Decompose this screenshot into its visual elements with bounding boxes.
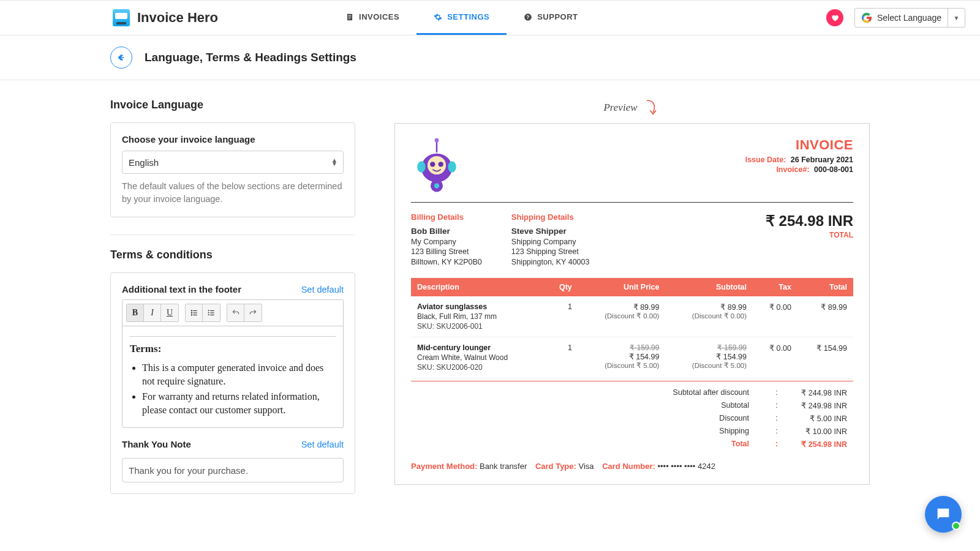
nav-invoices-label: INVOICES: [359, 12, 399, 21]
line-items-table: Description Qty Unit Price Subtotal Tax …: [411, 278, 853, 378]
brand: Invoice Hero: [113, 9, 218, 26]
svg-rect-14: [210, 315, 214, 315]
language-selector[interactable]: Select Language ▼: [854, 8, 965, 28]
preview-label: Preview: [603, 102, 637, 114]
thankyou-set-default-link[interactable]: Set default: [301, 440, 344, 449]
gear-icon: [434, 13, 442, 21]
brand-logo-icon: [113, 9, 130, 26]
terms-item-2: For warranty and returns related informa…: [142, 390, 336, 416]
rich-text-editor: B I U: [122, 299, 344, 428]
shipping-details: Shipping Details Steve Shipper Shipping …: [511, 212, 590, 267]
nav-settings[interactable]: SETTINGS: [417, 1, 507, 35]
invoice-preview: INVOICE Issue Date: 26 February 2021 Inv…: [394, 123, 870, 485]
svg-point-20: [430, 162, 435, 167]
invoice-number-label: Invoice#:: [776, 165, 809, 174]
settings-column: Invoice Language Choose your invoice lan…: [110, 99, 355, 511]
svg-rect-9: [193, 312, 197, 313]
bullet-list-icon: [190, 309, 198, 317]
svg-rect-12: [210, 310, 214, 311]
svg-rect-7: [193, 310, 197, 311]
undo-button[interactable]: [227, 304, 244, 321]
svg-rect-13: [210, 312, 214, 313]
red-divider: [411, 381, 853, 381]
svg-text:?: ?: [527, 14, 530, 20]
svg-point-23: [435, 138, 439, 143]
terms-item-1: This is a computer generated invoice and…: [142, 361, 336, 388]
table-row: Aviator sunglasses Black, Full Rim, 137 …: [411, 296, 853, 337]
bold-button[interactable]: B: [127, 304, 144, 321]
language-help-text: The default values of the below sections…: [122, 180, 344, 206]
redo-button[interactable]: [244, 304, 262, 321]
svg-point-25: [448, 161, 456, 172]
svg-point-24: [417, 161, 425, 172]
thank-you-label: Thank You Note: [122, 439, 191, 449]
svg-rect-1: [349, 15, 352, 16]
svg-rect-3: [349, 18, 350, 18]
thank-you-input[interactable]: [122, 458, 344, 482]
preview-column: Preview: [394, 99, 870, 485]
svg-rect-17: [208, 314, 209, 315]
svg-rect-2: [349, 17, 352, 17]
editor-content[interactable]: Terms: This is a computer generated invo…: [123, 326, 343, 427]
svg-point-27: [434, 183, 439, 188]
nav-settings-label: SETTINGS: [447, 12, 489, 21]
svg-point-8: [190, 312, 192, 313]
billing-street: 123 Billing Street: [411, 247, 482, 257]
svg-rect-16: [208, 312, 209, 313]
svg-rect-11: [193, 315, 197, 315]
col-unit: Unit Price: [578, 278, 666, 296]
page-title: Language, Terms & Headings Settings: [145, 51, 356, 64]
back-button[interactable]: [110, 47, 132, 69]
chat-icon: [935, 506, 952, 523]
top-nav: Invoice Hero INVOICES SETTINGS ? SUPPORT: [0, 0, 980, 36]
nav-support-label: SUPPORT: [537, 12, 578, 21]
choose-language-label: Choose your invoice language: [122, 134, 344, 144]
footer-text-label: Additional text in the footer: [122, 284, 241, 294]
language-dropdown-caret[interactable]: ▼: [948, 9, 965, 27]
numbered-list-icon: [207, 309, 216, 317]
issue-date-label: Issue Date:: [745, 156, 786, 164]
table-row: Mid-century lounger Cream White, Walnut …: [411, 337, 853, 378]
nav-invoices[interactable]: INVOICES: [328, 1, 417, 35]
invoice-language-card: Choose your invoice language English ▲▼ …: [110, 122, 355, 217]
shipping-title: Shipping Details: [511, 212, 590, 222]
invoice-summary: Subtotal after discount:₹ 244.98 INR Sub…: [411, 386, 853, 451]
section-divider: [110, 234, 355, 235]
shipping-name: Steve Shipper: [511, 227, 590, 236]
primary-nav: INVOICES SETTINGS ? SUPPORT: [328, 1, 595, 35]
issue-date-value: 26 February 2021: [791, 156, 853, 164]
help-icon: ?: [524, 13, 532, 21]
nav-support[interactable]: ? SUPPORT: [507, 1, 595, 35]
chat-button[interactable]: [925, 496, 962, 533]
robot-logo-icon: [411, 137, 462, 193]
favorite-button[interactable]: [826, 9, 843, 26]
underline-button[interactable]: U: [161, 304, 178, 321]
svg-rect-15: [208, 310, 209, 311]
shipping-city: Shippington, KY 40003: [511, 257, 590, 267]
bullet-list-button[interactable]: [186, 304, 203, 321]
italic-button[interactable]: I: [144, 304, 161, 321]
terms-title: Terms & conditions: [110, 249, 355, 261]
curly-arrow-icon: [644, 99, 661, 117]
billing-name: Bob Biller: [411, 227, 482, 236]
numbered-list-button[interactable]: [203, 304, 220, 321]
editor-toolbar: B I U: [123, 300, 343, 326]
billing-title: Billing Details: [411, 212, 482, 222]
col-description: Description: [411, 278, 545, 296]
grand-total-box: ₹ 254.98 INR TOTAL: [766, 212, 853, 267]
language-selector-label: Select Language: [877, 13, 941, 23]
google-icon: [861, 12, 872, 23]
brand-title: Invoice Hero: [137, 10, 218, 26]
svg-point-6: [190, 310, 192, 311]
col-total: Total: [797, 278, 853, 296]
heart-icon: [831, 13, 839, 22]
invoice-language-title: Invoice Language: [110, 99, 355, 111]
svg-point-21: [439, 162, 443, 167]
language-select[interactable]: English: [122, 151, 344, 174]
terms-card: Additional text in the footer Set defaul…: [110, 272, 355, 494]
shipping-company: Shipping Company: [511, 237, 590, 247]
svg-point-10: [190, 314, 192, 315]
invoice-icon: [345, 13, 354, 21]
payment-info: Payment Method: Bank transfer Card Type:…: [411, 462, 853, 471]
footer-set-default-link[interactable]: Set default: [301, 285, 344, 294]
